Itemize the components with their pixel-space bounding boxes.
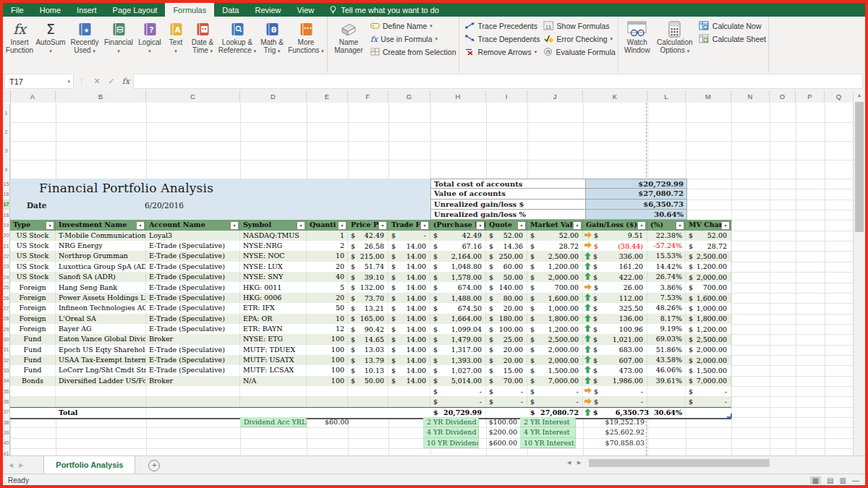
text-cell[interactable]: 43.58% <box>647 355 686 365</box>
filter-button[interactable]: ▾ <box>676 221 684 230</box>
money-cell[interactable]: $140.00 <box>486 283 527 293</box>
row-header-38[interactable]: 38 <box>3 417 10 428</box>
table-header-symbol[interactable]: Symbol▾ <box>240 220 307 230</box>
create-from-selection-button[interactable]: Create from Selection <box>370 47 456 57</box>
text-cell[interactable]: NYSE: NOC <box>240 251 307 261</box>
gain-cell[interactable]: $336.00 <box>583 251 647 261</box>
gain-cell[interactable]: $607.00 <box>583 355 647 365</box>
table-header-gain-loss-($)[interactable]: Gain/Loss ($)▾ <box>583 220 647 230</box>
row-header-27[interactable]: 27 <box>3 303 10 314</box>
summary-value-cell[interactable]: $6,350.73 <box>586 200 687 210</box>
insert-function-button[interactable]: fxInsertFunction <box>5 17 34 63</box>
text-cell[interactable]: ETR: BAYN <box>240 324 307 334</box>
text-cell[interactable]: 1 <box>307 231 348 241</box>
money-cell[interactable]: $2,000.00 <box>527 355 583 365</box>
row-header-35[interactable]: 35 <box>3 386 10 397</box>
dropdown-caret-icon[interactable]: ▾ <box>435 36 438 42</box>
money-cell[interactable]: $14.00 <box>388 355 430 365</box>
text-cell[interactable]: Foreign <box>10 324 56 334</box>
money-cell[interactable]: $1,578.00 <box>430 272 486 282</box>
row-header-41[interactable]: 41 <box>3 448 10 455</box>
table-header-account-name[interactable]: Account Name▾ <box>146 220 240 230</box>
money-cell[interactable]: $- <box>430 396 486 406</box>
column-header-J[interactable]: J <box>527 90 583 102</box>
define-name-button[interactable]: Define Name▾ <box>370 21 456 31</box>
row-header-22[interactable]: 22 <box>3 251 10 262</box>
column-header-P[interactable]: P <box>796 90 825 102</box>
text-cell[interactable] <box>240 396 307 406</box>
column-header-E[interactable]: E <box>307 90 348 102</box>
horizontal-scroll-thumb[interactable] <box>589 459 770 467</box>
money-cell[interactable]: $2,500.00 <box>686 334 731 344</box>
row-header-15[interactable]: 15 <box>3 179 10 189</box>
money-cell[interactable]: $2,500.00 <box>686 251 731 261</box>
text-cell[interactable]: 100 <box>307 334 348 344</box>
text-cell[interactable]: 8.17% <box>647 314 686 324</box>
row-header-29[interactable]: 29 <box>3 324 10 335</box>
text-cell[interactable]: 14.42% <box>647 262 686 272</box>
text-cell[interactable]: N/A <box>240 376 307 386</box>
text-cell[interactable]: 39.61% <box>647 376 686 386</box>
text-cell[interactable]: US Stock <box>10 272 56 282</box>
text-cell[interactable]: Northrop Grumman <box>56 251 146 261</box>
gain-cell[interactable]: $1,021.00 <box>583 334 647 344</box>
value-cell[interactable]: $200.00 <box>479 427 520 437</box>
row-header-28[interactable]: 28 <box>3 314 10 325</box>
money-cell[interactable]: $1,200.00 <box>686 262 731 272</box>
money-cell[interactable] <box>348 386 388 396</box>
filter-button[interactable]: ▾ <box>230 221 239 230</box>
confirm-entry-icon[interactable]: ✓ <box>104 77 119 86</box>
money-cell[interactable]: $1,500.00 <box>686 365 731 375</box>
text-cell[interactable] <box>647 396 686 406</box>
money-cell[interactable]: $50.00 <box>348 376 388 386</box>
text-cell[interactable]: 48.26% <box>647 303 686 313</box>
text-cell[interactable]: NRG Energy <box>56 241 146 251</box>
money-cell[interactable]: $674.50 <box>430 303 486 313</box>
tab-insert[interactable]: Insert <box>69 3 105 17</box>
money-cell[interactable]: $14.36 <box>486 241 527 251</box>
text-cell[interactable]: Fund <box>10 345 56 355</box>
highlight-cell[interactable]: 2 YR Dividend <box>423 417 479 427</box>
text-cell[interactable]: 100 <box>307 345 348 355</box>
money-cell[interactable]: $13.03 <box>348 345 388 355</box>
row-header-26[interactable]: 26 <box>3 293 10 304</box>
money-cell[interactable]: $700.00 <box>527 283 583 293</box>
text-cell[interactable]: E-Trade (Speculative) <box>146 324 240 334</box>
money-cell[interactable]: $14.00 <box>388 262 430 272</box>
gain-cell[interactable]: $(38.44) <box>583 241 647 251</box>
text-cell[interactable] <box>56 396 146 406</box>
table-header-(%)[interactable]: (%)▾ <box>647 220 686 230</box>
money-cell[interactable]: $14.00 <box>388 314 430 324</box>
text-cell[interactable]: 12 <box>307 324 348 334</box>
column-header-O[interactable]: O <box>770 90 796 102</box>
money-cell[interactable]: $25.00 <box>486 334 527 344</box>
row-header-31[interactable]: 31 <box>3 345 10 356</box>
money-cell[interactable]: $14.00 <box>388 272 430 282</box>
summary-value-cell[interactable]: $27,080.72 <box>586 189 687 199</box>
text-cell[interactable]: 69.03% <box>647 334 686 344</box>
money-cell[interactable]: $2,500.00 <box>527 334 583 344</box>
money-cell[interactable]: $215.00 <box>348 251 388 261</box>
text-cell[interactable]: L'Oreal SA <box>56 314 146 324</box>
text-cell[interactable]: 100 <box>307 365 348 375</box>
value-cell[interactable]: $600.00 <box>479 438 520 448</box>
money-cell[interactable]: $14.00 <box>388 251 430 261</box>
text-cell[interactable]: E-Trade (Speculative) <box>146 355 240 365</box>
filter-button[interactable]: ▾ <box>420 221 429 230</box>
text-cell[interactable]: 3.86% <box>647 283 686 293</box>
table-header-quote[interactable]: Quote▾ <box>486 220 527 230</box>
money-cell[interactable]: $14.00 <box>388 345 430 355</box>
table-resize-handle[interactable] <box>727 414 732 418</box>
text-cell[interactable]: 51.86% <box>647 345 686 355</box>
gain-cell[interactable]: $100.96 <box>583 324 647 334</box>
summary-label-cell[interactable]: Unrealized gain/loss % <box>430 210 586 220</box>
column-header-C[interactable]: C <box>146 90 240 102</box>
money-cell[interactable]: $14.00 <box>388 365 430 375</box>
money-cell[interactable]: $42.49 <box>348 231 388 241</box>
tab-file[interactable]: File <box>3 3 32 17</box>
text-cell[interactable]: T-Mobile Communications <box>56 231 146 241</box>
text-button[interactable]: AText▾ <box>164 17 187 63</box>
column-header-G[interactable]: G <box>388 90 430 102</box>
highlight-cell[interactable]: 2 YR Interest <box>520 417 576 427</box>
table-header-type[interactable]: Type▾ <box>10 220 56 230</box>
